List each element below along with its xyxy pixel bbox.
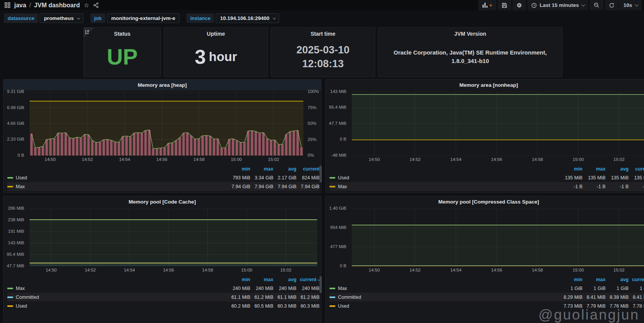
legend-series-label[interactable]: Max — [16, 286, 25, 291]
share-icon[interactable] — [93, 2, 99, 8]
legend-row-used: Used60.2 MiB60.5 MiB60.3 MiB60.3 MiB — [7, 301, 320, 310]
zoom-out-time-button[interactable] — [589, 0, 604, 10]
legend-series-label[interactable]: Max — [16, 184, 25, 189]
panel-memory-pool-code-cache: Memory pool [Code Cache] 286 MiB238 MiB1… — [3, 196, 321, 323]
panel-title[interactable]: Status — [114, 31, 131, 37]
dashboard-settings-button[interactable]: ⚙ — [513, 0, 526, 10]
legend-series-label[interactable]: Used — [16, 175, 27, 181]
code-cache-x-axis: 14:5014:5214:5414:5614:5815:0015:02 — [30, 267, 317, 275]
heap-chart-area: 9.31 GiB6.98 GiB4.66 GiB2.33 GiB0 B 100%… — [3, 92, 321, 164]
legend-value: 60.3 MiB — [296, 303, 320, 309]
legend-column-max[interactable]: max — [250, 277, 273, 282]
breadcrumb-dashboard-title[interactable]: JVM dashboard — [34, 2, 80, 9]
legend-series-label[interactable]: Used — [338, 175, 349, 181]
variable-job-label: job — [90, 13, 106, 23]
legend-column-current[interactable]: current — [296, 166, 320, 172]
legend-value: 240 MiB — [227, 286, 250, 291]
stat-panels-row: Status UP Uptime 3 hour Start time 2025-… — [83, 27, 644, 77]
legend-column-max[interactable]: max — [582, 166, 606, 172]
zoom-out-icon — [594, 2, 599, 8]
legend-column-max[interactable]: max — [582, 277, 606, 282]
series-color-marker[interactable] — [7, 305, 13, 307]
template-variables-row: datasource prometheus job monitoring-ext… — [0, 10, 644, 27]
legend-header-row: minmaxavgcurrent — [329, 275, 644, 284]
legend-series-label[interactable]: Committed — [16, 295, 39, 300]
nonheap-plot[interactable] — [352, 92, 644, 156]
panel-status: Status UP — [83, 27, 161, 77]
series-color-marker[interactable] — [7, 177, 13, 179]
legend-value: 793 MiB — [227, 175, 250, 181]
legend-value: 8.41 MiB — [582, 295, 606, 300]
add-panel-button[interactable]: + — [478, 0, 496, 10]
legend-column-current[interactable]: current — [629, 277, 644, 282]
legend-series-label[interactable]: Max — [338, 184, 347, 189]
favorite-star-icon[interactable]: ☆ — [84, 2, 89, 8]
series-color-marker[interactable] — [329, 305, 335, 307]
legend-column-min[interactable]: min — [227, 277, 250, 282]
x-tick-label: 15:02 — [608, 268, 630, 272]
legend-column-min[interactable]: min — [227, 166, 250, 172]
variable-datasource-value[interactable]: prometheus — [40, 13, 83, 23]
code-cache-plot[interactable] — [30, 209, 317, 266]
legend-series-label[interactable]: Committed — [338, 295, 361, 300]
panel-title[interactable]: JVM Version — [454, 31, 486, 37]
legend-value: 60.5 MiB — [250, 303, 273, 309]
legend-series-label[interactable]: Used — [338, 303, 349, 309]
panel-title[interactable]: Memory pool [Compressed Class Space] — [326, 196, 644, 207]
code-cache-chart-area: 286 MiB238 MiB191 MiB143 MiB95.4 MiB47.7… — [3, 209, 321, 275]
variable-job-value[interactable]: monitoring-external-jvm-e — [107, 13, 180, 23]
panel-title[interactable]: Memory area [nonheap] — [326, 80, 644, 90]
panel-title[interactable]: Uptime — [207, 31, 225, 37]
memory-pool-compressed-class-space-svg[interactable] — [352, 209, 644, 266]
legend-column-avg[interactable]: avg — [273, 166, 296, 172]
panel-title[interactable]: Start time — [311, 31, 336, 37]
save-dashboard-button[interactable] — [498, 0, 511, 10]
time-range-picker[interactable]: Last 15 minutes — [527, 0, 588, 10]
y-tick-label: 2.33 GiB — [7, 137, 24, 141]
series-color-marker[interactable] — [7, 296, 13, 298]
legend-column-current[interactable]: current — [629, 166, 644, 172]
legend-series-label[interactable]: Max — [338, 286, 347, 291]
ccs-legend: minmaxavgcurrentMax1 GiB1 GiB1 GiB1 GiBC… — [326, 275, 644, 310]
x-tick-label: 14:50 — [364, 157, 385, 162]
legend-column-current[interactable]: current — [296, 277, 320, 282]
panel-title[interactable]: Memory area [heap] — [3, 80, 321, 90]
legend-header-row: minmaxavgcurrent — [7, 275, 320, 284]
legend-column-min[interactable]: min — [559, 166, 582, 172]
series-color-marker[interactable] — [7, 186, 13, 187]
legend-column-avg[interactable]: avg — [273, 277, 296, 282]
panel-title[interactable]: Memory pool [Code Cache] — [3, 196, 321, 207]
memory-area-heap-svg[interactable] — [30, 92, 303, 156]
series-color-marker[interactable] — [329, 296, 335, 298]
variable-instance-value[interactable]: 10.194.106.16:29400 — [216, 13, 279, 23]
legend-header-row: minmaxavgcurrent — [7, 165, 320, 173]
x-tick-label: 14:50 — [364, 268, 385, 272]
legend-column-min[interactable]: min — [559, 277, 582, 282]
x-tick-label: 14:54 — [119, 268, 140, 272]
legend-scrollbar[interactable] — [320, 276, 322, 293]
series-color-marker[interactable] — [329, 288, 335, 289]
series-color-marker[interactable] — [329, 186, 335, 187]
series-color-marker[interactable] — [329, 177, 335, 179]
legend-column-avg[interactable]: avg — [606, 166, 629, 172]
refresh-interval-picker[interactable]: 10s — [619, 0, 642, 10]
memory-area-nonheap-svg[interactable] — [352, 92, 644, 156]
ccs-x-axis: 14:5014:5214:5414:5614:5815:0015:02 — [352, 267, 644, 275]
legend-series-label[interactable]: Used — [16, 303, 27, 309]
legend-column-avg[interactable]: avg — [606, 277, 629, 282]
refresh-button[interactable] — [605, 0, 619, 10]
legend-scrollbar[interactable] — [320, 166, 322, 182]
memory-pool-code-cache-svg[interactable] — [30, 209, 317, 266]
heap-plot[interactable] — [30, 92, 303, 156]
x-tick-label: 14:58 — [527, 268, 548, 272]
apps-grid-icon[interactable] — [5, 2, 10, 8]
uptime-value: 3 — [195, 45, 206, 68]
legend-column-max[interactable]: max — [250, 166, 273, 172]
variable-datasource-selected: prometheus — [44, 15, 73, 21]
heap-right-axis: 100%75%50%25%0% — [304, 92, 321, 156]
series-color-marker[interactable] — [7, 288, 13, 289]
breadcrumb-folder[interactable]: java — [14, 2, 26, 9]
ccs-plot[interactable] — [352, 209, 644, 266]
time-range-label: Last 15 minutes — [539, 2, 579, 8]
x-tick-label: 14:52 — [404, 157, 426, 162]
